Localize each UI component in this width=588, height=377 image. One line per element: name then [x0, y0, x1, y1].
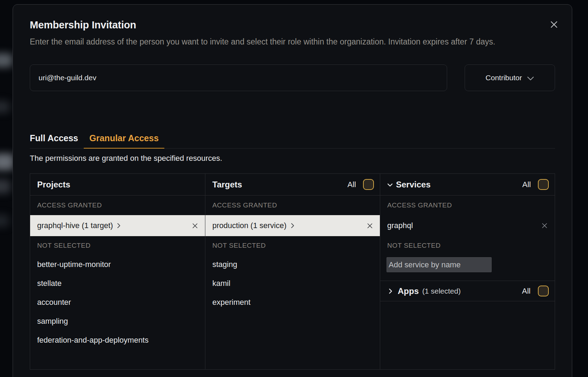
targets-all-checkbox[interactable] [363, 179, 374, 190]
services-all-label: All [522, 180, 531, 189]
close-button[interactable] [549, 20, 559, 29]
access-granted-label: ACCESS GRANTED [205, 196, 380, 215]
granted-service-label: graphql [387, 221, 413, 230]
project-item[interactable]: sampling [30, 312, 205, 331]
backdrop-blur [0, 53, 13, 67]
close-icon [550, 20, 558, 29]
not-selected-label: NOT SELECTED [205, 236, 380, 255]
email-input[interactable] [30, 64, 447, 91]
apps-all-checkbox[interactable] [538, 286, 549, 296]
selected-target-label: production (1 service) [212, 221, 287, 230]
target-item[interactable]: staging [205, 255, 380, 274]
permissions-note: The permissions are granted on the speci… [30, 154, 555, 163]
close-icon [192, 223, 198, 229]
access-granted-label: ACCESS GRANTED [380, 196, 555, 215]
resource-permissions-panel: Projects ACCESS GRANTED graphql-hive (1 … [30, 173, 555, 370]
add-service-input[interactable] [387, 257, 492, 272]
backdrop-blur [0, 153, 14, 170]
dialog-title: Membership Invitation [30, 19, 555, 31]
targets-title: Targets [212, 180, 242, 190]
selected-project-row[interactable]: graphql-hive (1 target) [30, 215, 205, 236]
projects-column-header: Projects [30, 174, 205, 196]
chevron-down-icon [387, 183, 393, 187]
project-item[interactable]: federation-and-app-deployments [30, 331, 205, 350]
apps-section-row[interactable]: Apps (1 selected) All [380, 281, 555, 301]
target-item[interactable]: experiment [205, 293, 380, 312]
backdrop-blur [0, 101, 10, 113]
apps-title: Apps [398, 286, 419, 296]
target-item[interactable]: kamil [205, 274, 380, 293]
project-item[interactable]: stellate [30, 274, 205, 293]
services-column: Services All ACCESS GRANTED graphql NOT … [380, 174, 555, 369]
invite-form-row: Contributor [30, 64, 555, 91]
selected-target-row[interactable]: production (1 service) [205, 215, 380, 236]
targets-all-label: All [348, 180, 356, 189]
remove-target-button[interactable] [367, 223, 373, 229]
backdrop-blur [0, 214, 9, 227]
services-title: Services [396, 180, 431, 190]
targets-column-header: Targets All [205, 174, 380, 196]
services-all-checkbox[interactable] [538, 179, 549, 190]
close-icon [367, 223, 373, 229]
access-tabs: Full Access Granular Access [30, 133, 555, 149]
apps-selected-count: (1 selected) [422, 287, 461, 295]
dialog-description: Enter the email address of the person yo… [30, 35, 555, 48]
project-item[interactable]: better-uptime-monitor [30, 255, 205, 274]
apps-all-label: All [522, 287, 531, 296]
backdrop-blur [0, 179, 11, 193]
chevron-right-icon [290, 222, 295, 229]
targets-column: Targets All ACCESS GRANTED production (1… [205, 174, 380, 369]
not-selected-label: NOT SELECTED [30, 236, 205, 255]
role-select[interactable]: Contributor [465, 64, 555, 91]
chevron-right-icon [117, 222, 121, 229]
selected-project-label: graphql-hive (1 target) [37, 221, 113, 230]
chevron-down-icon [527, 76, 534, 81]
not-selected-label: NOT SELECTED [380, 236, 555, 255]
add-service-row [380, 255, 555, 281]
project-item[interactable]: accounter [30, 293, 205, 312]
remove-project-button[interactable] [192, 223, 198, 229]
tab-full-access[interactable]: Full Access [30, 133, 84, 148]
membership-invitation-dialog: Membership Invitation Enter the email ad… [13, 4, 572, 377]
projects-title: Projects [37, 180, 70, 190]
role-select-value: Contributor [486, 74, 522, 82]
granted-service-row[interactable]: graphql [380, 215, 555, 236]
remove-service-button[interactable] [541, 222, 548, 229]
chevron-right-icon [389, 288, 392, 294]
services-column-header[interactable]: Services All [380, 174, 555, 196]
projects-column: Projects ACCESS GRANTED graphql-hive (1 … [30, 174, 205, 369]
access-granted-label: ACCESS GRANTED [30, 196, 205, 215]
close-icon [541, 222, 548, 229]
tab-granular-access[interactable]: Granular Access [84, 133, 164, 148]
